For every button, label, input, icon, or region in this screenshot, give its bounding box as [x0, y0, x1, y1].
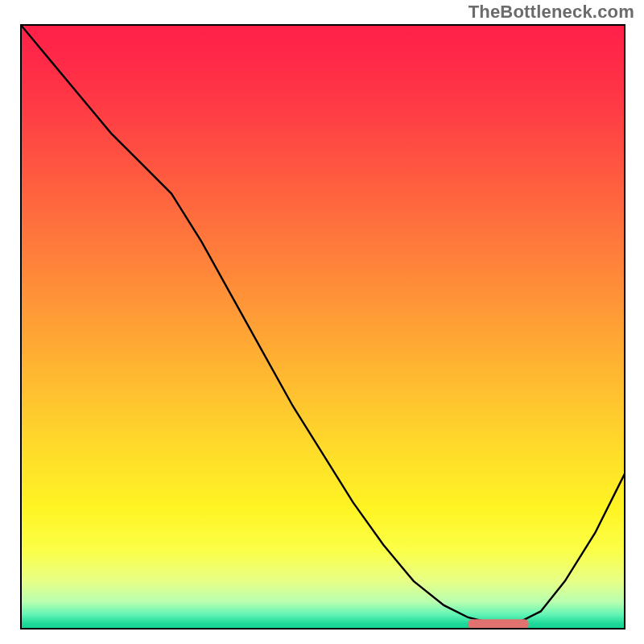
chart-curve — [20, 24, 625, 630]
svg-rect-1 — [468, 619, 528, 629]
attribution-label: TheBottleneck.com — [469, 2, 634, 23]
chart-plot-area — [20, 24, 625, 630]
